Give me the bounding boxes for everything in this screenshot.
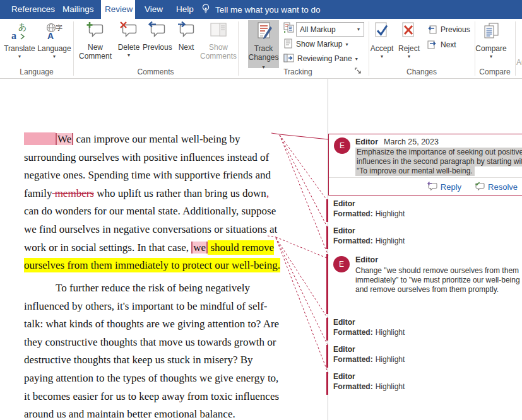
tab-help[interactable]: Help (172, 0, 198, 19)
tab-mailings[interactable]: Mailings (59, 0, 98, 19)
change-bar (326, 318, 328, 341)
svg-text:あ: あ (18, 22, 27, 32)
dropdown-arrow-icon: ▾ (490, 54, 492, 59)
doc-line[interactable]: We can improve our mental well-being by (24, 132, 240, 146)
comment-card-2[interactable]: E Editor Change "we should remove oursel… (326, 254, 522, 314)
doc-line[interactable]: influenced by others, it's important to … (24, 300, 267, 313)
group-separator (515, 21, 516, 76)
comment-divider (329, 177, 522, 178)
previous-change-button[interactable]: Previous (427, 23, 470, 36)
doc-line[interactable]: talk: what kinds of thoughts are we givi… (24, 317, 279, 331)
comment-card-1[interactable]: E EditorMarch 25, 2023 Emphasize the imp… (328, 134, 522, 195)
show-comments-button[interactable]: Show Comments (199, 20, 237, 68)
dropdown-arrow-icon[interactable]: ▾ (353, 26, 364, 32)
document-area: We can improve our mental well-being by … (0, 79, 522, 420)
text-run: family (24, 187, 52, 199)
next-change-label: Next (441, 40, 456, 49)
translate-icon: あa (3, 21, 37, 42)
text-run: work or in social settings. In that case… (24, 242, 191, 254)
doc-line[interactable]: destructive thoughts that keep us stuck … (24, 353, 253, 367)
text-run: talk: what kinds of thoughts are we givi… (24, 318, 279, 330)
svg-text:A: A (47, 31, 54, 40)
doc-line[interactable]: paying attention to the types of thought… (24, 371, 278, 385)
change-block-5[interactable]: Editor Formatted:Highlight (326, 372, 516, 396)
comments-group-label: Comments (73, 67, 238, 77)
tab-review[interactable]: Review (101, 0, 135, 19)
show-markup-button[interactable]: Show Markup ▾ (283, 38, 348, 50)
comments-pane-icon (199, 21, 237, 41)
page-arrow-right-icon (427, 38, 437, 51)
resolve-button[interactable]: Resolve (474, 181, 518, 192)
text-run: negative ones. Spending time with suppor… (24, 169, 271, 181)
doc-line[interactable]: we find ourselves in negative conversati… (24, 223, 277, 236)
doc-line[interactable]: can do wonders for our mental state. Add… (24, 204, 276, 218)
lightbulb-icon (201, 3, 211, 16)
compare-button[interactable]: Compare ▾ (475, 20, 507, 68)
doc-line[interactable]: around us and maintain better emotional … (24, 407, 235, 420)
new-comment-button[interactable]: New Comment (76, 20, 114, 68)
display-for-review-value: All Markup (297, 25, 353, 34)
svg-text:字: 字 (56, 24, 62, 32)
text-run-hl: ourselves from them immediately to prote… (24, 258, 280, 272)
show-comments-label: Show (199, 43, 237, 52)
tell-me-box[interactable]: Tell me what you want to do (201, 0, 321, 19)
delete-comment-button[interactable]: Delete ▾ (116, 20, 142, 68)
text-run: we find ourselves in negative conversati… (24, 223, 277, 235)
text-run-pad (24, 132, 56, 145)
next-change-button[interactable]: Next (427, 38, 456, 51)
change-block-3[interactable]: Editor Formatted:Highlight (326, 318, 516, 342)
reviewing-pane-button[interactable]: Reviewing Pane ▾ (283, 52, 358, 65)
text-run: To further reduce the risk of being nega… (56, 282, 250, 294)
text-run: influenced by others, it's important to … (24, 300, 267, 312)
dropdown-arrow-icon: ▾ (408, 54, 410, 59)
doc-line[interactable]: ourselves from them immediately to prote… (24, 259, 280, 272)
page-x-icon (397, 21, 421, 42)
text-run-anchor: we (191, 242, 208, 254)
change-author: Editor (333, 318, 355, 327)
resolve-label: Resolve (488, 182, 518, 192)
ribbon-tab-bar: References Mailings Review View Help Tel… (0, 0, 522, 19)
change-block-2[interactable]: Editor Formatted:Highlight (326, 226, 516, 250)
dropdown-arrow-icon: ▾ (18, 54, 21, 59)
change-block-1[interactable]: Editor Formatted:Highlight (326, 199, 516, 223)
comment-date: March 25, 2023 (384, 137, 439, 146)
doc-line[interactable]: negative ones. Spending time with suppor… (24, 168, 271, 182)
doc-line[interactable]: they constructive thoughts that move us … (24, 335, 276, 349)
comment-plus-icon (76, 21, 114, 41)
accept-button[interactable]: Accept ▾ (367, 20, 396, 68)
dropdown-arrow-icon: ▾ (355, 56, 358, 62)
reject-button[interactable]: Reject ▾ (397, 20, 421, 68)
change-author: Editor (333, 226, 355, 235)
tracking-group-label: Tracking (238, 67, 358, 77)
dropdown-arrow-icon: ▾ (128, 52, 130, 58)
change-author: Editor (333, 199, 355, 208)
comment-author-line: Editor (355, 255, 384, 264)
reviewing-pane-label: Reviewing Pane (297, 54, 352, 63)
change-block-4[interactable]: Editor Formatted:Highlight (326, 345, 516, 369)
doc-line[interactable]: work or in social settings. In that case… (24, 241, 274, 255)
change-bar (326, 372, 328, 395)
reply-label: Reply (441, 182, 461, 192)
markup-pages-icon (283, 22, 294, 35)
next-comment-label: Next (173, 43, 199, 52)
doc-line[interactable]: family members who uplift us rather than… (24, 187, 269, 201)
dropdown-arrow-icon: ▾ (381, 54, 383, 59)
tab-references[interactable]: References (8, 0, 59, 19)
display-for-review-select[interactable]: All Markup ▾ (296, 22, 364, 37)
reply-button[interactable]: Reply (427, 181, 461, 192)
doc-line[interactable]: To further reduce the risk of being nega… (56, 281, 250, 295)
tab-view[interactable]: View (141, 0, 167, 19)
track-changes-label2: Changes (248, 53, 278, 62)
text-run: destructive thoughts that keep us stuck … (24, 354, 253, 366)
language-button[interactable]: 字A Language ▾ (37, 20, 71, 68)
text-run: surrounding ourselves with positive infl… (24, 151, 269, 163)
translate-button[interactable]: あa Translate ▾ (3, 20, 37, 68)
track-changes-button[interactable]: Track Changes ▾ (248, 20, 279, 68)
compare-group-label: Compare (475, 67, 515, 77)
tell-me-label: Tell me what you want to do (215, 5, 321, 15)
text-run-del: members (52, 187, 94, 199)
doc-line[interactable]: it becomes easier for us to keep away fr… (24, 390, 279, 404)
previous-comment-button[interactable]: Previous (143, 20, 172, 68)
next-comment-button[interactable]: Next (173, 20, 199, 68)
doc-line[interactable]: surrounding ourselves with positive infl… (24, 151, 269, 165)
